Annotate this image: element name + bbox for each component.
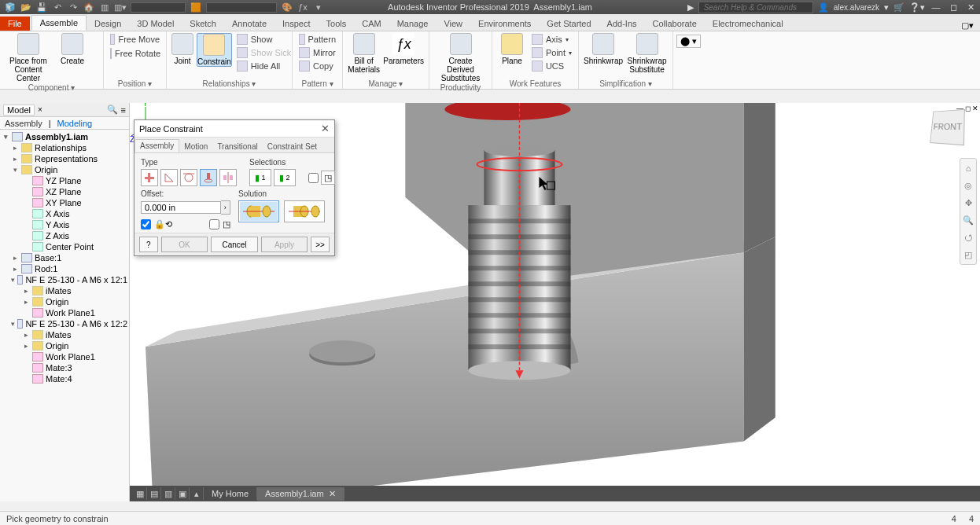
ribbon-collapse-icon[interactable]: ⬤ ▾ <box>676 35 701 48</box>
tab-3d-model[interactable]: 3D Model <box>129 17 182 31</box>
ucs-button[interactable]: UCS <box>530 60 573 72</box>
shrinkwrap-substitute-button[interactable]: Shrinkwrap Substitute <box>626 33 668 74</box>
parameters-button[interactable]: ƒxParameters <box>383 33 424 65</box>
tab-tools[interactable]: Tools <box>319 17 355 31</box>
browser-menu-icon[interactable]: ≡ <box>121 105 126 115</box>
tree-node[interactable]: ▸iMates <box>0 285 129 296</box>
tab-sketch[interactable]: Sketch <box>182 17 224 31</box>
bom-button[interactable]: Bill of Materials <box>348 33 380 74</box>
doctab-tile3-icon[interactable]: ▥ <box>161 487 175 500</box>
user-icon[interactable]: 👤 <box>818 2 829 13</box>
browser-mode-assembly[interactable]: Assembly <box>5 119 42 128</box>
qat-more-icon[interactable]: ▾ <box>313 2 324 13</box>
apply-button[interactable]: Apply <box>261 237 308 252</box>
tree-node[interactable]: Center Point <box>0 241 129 252</box>
cancel-button[interactable]: Cancel <box>211 237 257 252</box>
tree-node[interactable]: ▸Base:1 <box>0 252 129 263</box>
user-dd-icon[interactable]: ▾ <box>884 2 889 13</box>
nav-wheel-icon[interactable]: ◎ <box>962 179 974 192</box>
maximize-icon[interactable]: ◻ <box>947 2 960 13</box>
mirror-button[interactable]: Mirror <box>297 46 337 59</box>
create-button[interactable]: Create <box>55 33 90 65</box>
show-preview-button[interactable]: ◳ <box>321 171 335 185</box>
solution-opposed-button[interactable] <box>238 200 279 222</box>
nav-orbit-icon[interactable]: ⭯ <box>962 231 974 244</box>
browser-tab-close-icon[interactable]: × <box>38 105 42 114</box>
tab-assemble[interactable]: Assemble <box>31 15 87 31</box>
predict-check[interactable] <box>209 219 219 229</box>
viewport-min-icon[interactable]: — <box>956 105 963 112</box>
tab-annotate[interactable]: Annotate <box>224 17 274 31</box>
search-go-icon[interactable]: ▶ <box>687 2 694 13</box>
show-button[interactable]: Show <box>235 33 293 46</box>
tab-cam[interactable]: CAM <box>354 17 389 31</box>
expand-button[interactable]: >> <box>311 237 330 252</box>
tree-node[interactable]: ▾NF E 25-130 - A M6 x 12:1 <box>0 274 129 285</box>
doctab-tile2-icon[interactable]: ▤ <box>147 487 161 500</box>
dialog-close-icon[interactable]: ✕ <box>321 123 330 134</box>
tree-node[interactable]: Work Plane1 <box>0 351 129 362</box>
tab-electromechanical[interactable]: Electromechanical <box>705 17 791 31</box>
close-icon[interactable]: ✕ <box>964 2 977 13</box>
help-search-input[interactable] <box>698 2 813 13</box>
user-name[interactable]: alex.alvarezk <box>834 3 879 12</box>
browser-mode-modeling[interactable]: Modeling <box>57 119 93 128</box>
dialog-tab-constraint-set[interactable]: Constraint Set <box>263 141 322 152</box>
tab-design[interactable]: Design <box>87 17 129 31</box>
doctab-home[interactable]: My Home <box>204 487 257 500</box>
axis-button[interactable]: Axis▾ <box>530 33 573 46</box>
dialog-tab-motion[interactable]: Motion <box>179 141 212 152</box>
plane-button[interactable]: Plane <box>497 33 527 65</box>
tree-root[interactable]: ▾Assembly1.iam <box>0 131 129 142</box>
nav-home-icon[interactable]: ⌂ <box>962 162 974 174</box>
tab-get-started[interactable]: Get Started <box>539 17 599 31</box>
doctab-up-icon[interactable]: ▴ <box>190 487 204 500</box>
shrinkwrap-button[interactable]: Shrinkwrap <box>584 33 623 65</box>
appearance-pick-icon[interactable]: 🎨 <box>282 2 293 13</box>
nav-zoom-icon[interactable]: 🔍 <box>962 214 974 226</box>
tree-node[interactable]: Work Plane1 <box>0 307 129 318</box>
tree-node[interactable]: Y Axis <box>0 219 129 230</box>
ribbon-toggle-icon[interactable]: ▢▾ <box>961 20 974 31</box>
undo-icon[interactable]: ↶ <box>52 2 63 13</box>
constraint-type-mate[interactable] <box>141 169 158 186</box>
home-icon[interactable]: 🏠 <box>83 2 94 13</box>
select-icon[interactable]: ▥ <box>99 2 110 13</box>
tree-node[interactable]: ▸Relationships <box>0 142 129 153</box>
nav-lookat-icon[interactable]: ◰ <box>962 248 974 261</box>
create-derived-substitutes-button[interactable]: Create Derived Substitutes <box>434 33 487 83</box>
tab-collaborate[interactable]: Collaborate <box>645 17 705 31</box>
lock-rotation-check[interactable] <box>141 219 151 229</box>
tree-node[interactable]: X Axis <box>0 208 129 219</box>
cart-icon[interactable]: 🛒 <box>893 2 904 13</box>
pattern-button[interactable]: Pattern <box>297 33 337 46</box>
file-tab[interactable]: File <box>0 17 30 31</box>
show-sick-button[interactable]: Show Sick <box>235 46 293 59</box>
doctab-assembly1[interactable]: Assembly1.iam✕ <box>257 487 344 501</box>
doctab-tile4-icon[interactable]: ▣ <box>175 487 190 500</box>
viewport-close-icon[interactable]: ✕ <box>972 105 978 112</box>
joint-button[interactable]: Joint <box>171 33 193 65</box>
redo-icon[interactable]: ↷ <box>68 2 79 13</box>
solution-aligned-button[interactable] <box>284 200 325 222</box>
tree-node[interactable]: ▸Representations <box>0 153 129 164</box>
help-icon[interactable]: ❔▾ <box>909 2 925 13</box>
minimize-icon[interactable]: — <box>930 2 942 13</box>
dialog-tab-assembly[interactable]: Assembly <box>134 139 179 152</box>
tree-node[interactable]: Z Axis <box>0 230 129 241</box>
dialog-help-button[interactable]: ? <box>139 237 158 252</box>
free-rotate-button[interactable]: Free Rotate <box>109 47 161 60</box>
free-move-button[interactable]: Free Move <box>109 33 161 46</box>
selection-1-button[interactable]: ▮1 <box>249 169 271 186</box>
tree-node[interactable]: ▸Rod:1 <box>0 263 129 274</box>
viewport-max-icon[interactable]: ◻ <box>965 105 971 112</box>
tree-node[interactable]: YZ Plane <box>0 175 129 186</box>
constraint-type-angle[interactable] <box>160 169 178 186</box>
browser-search-icon[interactable]: 🔍 <box>107 105 118 115</box>
place-from-content-center-button[interactable]: Place from Content Center <box>5 33 52 83</box>
doctab-close-icon[interactable]: ✕ <box>329 489 336 499</box>
point-button[interactable]: Point▾ <box>530 46 573 59</box>
tree-node[interactable]: ▸Origin <box>0 340 129 351</box>
browser-tab-model[interactable]: Model <box>3 105 35 116</box>
ok-button[interactable]: OK <box>161 237 208 252</box>
